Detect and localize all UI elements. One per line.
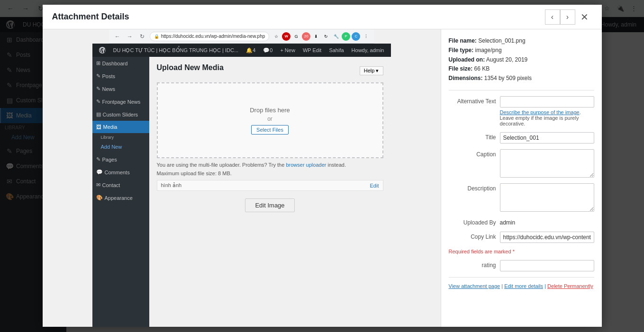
inner-star-icon[interactable]: ☆ (272, 32, 281, 41)
inner-more-icon[interactable]: ⋮ (362, 32, 370, 41)
title-field-row: Title (449, 132, 594, 144)
upload-dropzone[interactable]: Drop files here or Select Files (157, 82, 383, 158)
inner-translate-icon[interactable]: G (292, 32, 300, 41)
inner-ext3-icon[interactable]: ⬇ (312, 32, 320, 41)
inner-help-button[interactable]: Help ▾ (360, 66, 383, 75)
inner-wp-logo[interactable] (95, 44, 109, 57)
inner-library-section: Library (92, 133, 149, 141)
select-files-button[interactable]: Select Files (251, 125, 289, 135)
inner-ext1-icon: W (282, 32, 290, 41)
inner-ext5-icon[interactable]: 🔧 (332, 32, 340, 41)
inner-updates[interactable]: 🔔 4 (242, 44, 259, 57)
file-name-row: File name: Selection_001.png (449, 37, 594, 45)
dimensions-label: Dimensions: (449, 75, 483, 81)
or-text: or (267, 116, 272, 122)
copy-link-row: Copy Link (449, 232, 594, 243)
inner-upload-content: Upload New Media Help ▾ Drop files here … (149, 57, 391, 327)
inner-sidebar-comments[interactable]: 💬 Comments (92, 166, 149, 179)
inner-ext6-icon: P (342, 32, 350, 41)
inner-wp-page: DU HỌC TỰ TÚC | HỌC BỔNG TRUNG HỌC | IDC… (92, 44, 391, 327)
file-type-value: image/png (475, 47, 502, 54)
file-size-label: File size: (449, 65, 473, 72)
inner-media-icon: 🖼 (96, 124, 101, 130)
delete-permanently-link[interactable]: Delete Permanently (547, 283, 593, 289)
rating-label: rating (449, 260, 496, 269)
uploaded-on-value: August 20, 2019 (486, 56, 527, 63)
inner-dashboard-icon: ⊞ (96, 60, 100, 66)
inner-sidebar-contact[interactable]: ✉ Contact (92, 179, 149, 191)
inner-sidebar-frontpage[interactable]: ✎ Frontpage News (92, 95, 149, 108)
file-details: File name: Selection_001.png File type: … (449, 37, 594, 82)
inner-sidebar: ⊞ Dashboard ✎ Posts ✎ Ne (92, 57, 149, 327)
file-size-row: File size: 66 KB (449, 65, 594, 73)
alt-text-link[interactable]: Describe the purpose of the image (500, 109, 580, 115)
inner-sahifa[interactable]: Sahifa (325, 44, 347, 57)
rating-field-row: rating (449, 260, 594, 271)
footer-separator-1: | (501, 283, 503, 289)
inner-url-text: https://duhocidc.edu.vn/wp-admin/media-n… (161, 34, 265, 39)
description-label: Description (449, 183, 496, 192)
inner-ext7-icon: C (352, 32, 360, 41)
inner-ext2-icon: 20 (302, 32, 310, 41)
inner-sidebar-dashboard[interactable]: ⊞ Dashboard (92, 57, 149, 70)
dimensions-row: Dimensions: 1354 by 509 pixels (449, 74, 594, 82)
rating-input[interactable] (500, 260, 594, 271)
inner-sidebar-news[interactable]: ✎ News (92, 82, 149, 95)
caption-field-row: Caption (449, 149, 594, 178)
attachment-details-modal: Attachment Details ‹ › ✕ ← → ↻ (66, 32, 602, 327)
file-name-value: Selection_001.png (478, 37, 525, 44)
alt-text-input[interactable] (500, 96, 594, 108)
inner-sidebar-sliders[interactable]: ▤ Custom Sliders (92, 108, 149, 121)
inner-sliders-icon: ▤ (96, 111, 101, 117)
browser-uploader-link[interactable]: browser uploader (286, 162, 326, 168)
inner-pages-icon: ✎ (96, 156, 100, 162)
uploaded-by-row: Uploaded By admin (449, 217, 594, 226)
copy-link-input[interactable] (500, 232, 594, 243)
caption-textarea[interactable] (500, 149, 594, 178)
caption-label: Caption (449, 149, 496, 158)
inner-ext4-icon[interactable]: ↻ (322, 32, 330, 41)
uploaded-on-row: Uploaded on: August 20, 2019 (449, 56, 594, 64)
description-field-row: Description (449, 183, 594, 212)
inner-sidebar-appearance[interactable]: 🎨 Appearance (92, 191, 149, 204)
inner-main: ⊞ Dashboard ✎ Posts ✎ Ne (92, 57, 391, 327)
view-attachment-link[interactable]: View attachment page (449, 283, 500, 289)
modal-body: ← → ↻ 🔒 https://duhocidc.edu.vn/wp-admin… (66, 32, 602, 327)
footer-separator-2: | (544, 283, 546, 289)
inner-url-bar[interactable]: 🔒 https://duhocidc.edu.vn/wp-admin/media… (150, 32, 270, 41)
detail-divider-2 (449, 277, 594, 278)
image-edit-link[interactable]: Edit (370, 183, 379, 188)
inner-posts-icon: ✎ (96, 73, 100, 79)
inner-page-title: Upload New Media (157, 63, 224, 72)
modal-overlay: Attachment Details ‹ › ✕ ← → ↻ (66, 32, 644, 332)
inner-new[interactable]: + New (276, 44, 299, 57)
media-preview-panel: ← → ↻ 🔒 https://duhocidc.edu.vn/wp-admin… (66, 32, 441, 327)
edit-image-button[interactable]: Edit Image (245, 198, 294, 212)
copy-link-label: Copy Link (449, 232, 496, 240)
required-star: * (513, 249, 515, 254)
description-textarea[interactable] (500, 183, 594, 212)
required-note: Required fields are marked * (449, 249, 594, 254)
inner-sidebar-media[interactable]: 🖼 Media (92, 121, 149, 133)
inner-forward-button[interactable]: → (125, 32, 135, 41)
inner-wp-edit[interactable]: WP Edit (299, 44, 326, 57)
alt-text-hint: Describe the purpose of the image. Leave… (500, 109, 594, 126)
title-input[interactable] (500, 132, 594, 144)
wp-content: Attachment Details ‹ › ✕ ← → ↻ (66, 32, 644, 332)
uploaded-by-label: Uploaded By (449, 217, 496, 226)
inner-site-name[interactable]: DU HỌC TỰ TÚC | HỌC BỔNG TRUNG HỌC | IDC… (109, 44, 243, 57)
attachment-details-panel: File name: Selection_001.png File type: … (441, 32, 602, 327)
inner-comments[interactable]: 💬 0 (259, 44, 276, 57)
inner-sidebar-add-new[interactable]: Add New (92, 141, 149, 153)
edit-more-details-link[interactable]: Edit more details (504, 283, 543, 289)
inner-appearance-icon: 🎨 (96, 195, 103, 201)
inner-howdy[interactable]: Howdy, admin (348, 44, 388, 57)
upload-max-size: Maximum upload file size: 8 MB. (157, 170, 383, 176)
inner-back-button[interactable]: ← (113, 32, 122, 41)
inner-refresh-button[interactable]: ↻ (137, 32, 147, 41)
alt-text-label: Alternative Text (449, 96, 496, 105)
file-type-label: File type: (449, 47, 474, 54)
inner-sidebar-pages[interactable]: ✎ Pages (92, 153, 149, 166)
inner-sidebar-posts[interactable]: ✎ Posts (92, 70, 149, 82)
uploaded-on-label: Uploaded on: (449, 56, 485, 63)
